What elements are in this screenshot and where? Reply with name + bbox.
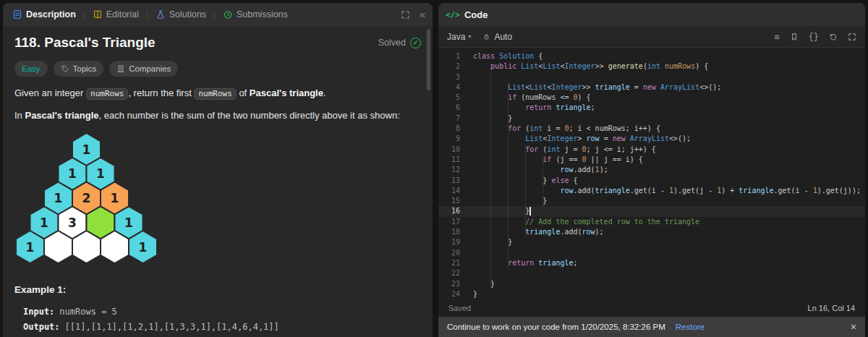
line-number: 12 xyxy=(438,165,460,175)
fullscreen-icon[interactable] xyxy=(848,33,856,41)
panel-resizer[interactable] xyxy=(433,3,438,334)
svg-text:1: 1 xyxy=(82,142,91,156)
indent-guide xyxy=(508,82,509,268)
problem-title: 118. Pascal's Triangle xyxy=(14,35,156,51)
chevron-down-icon: ▾ xyxy=(468,33,471,40)
code-line[interactable]: 13 } else { xyxy=(438,176,865,186)
difficulty-badge[interactable]: Easy xyxy=(14,61,48,77)
line-number: 15 xyxy=(438,196,460,206)
tab-editorial-label: Editorial xyxy=(106,9,139,20)
description-panel: Description | Editorial | Solutions | xyxy=(3,3,433,337)
code-line[interactable]: 16 } xyxy=(438,206,865,216)
code-line[interactable]: 14 row.add(triangle.get(i - 1).get(j - 1… xyxy=(438,186,865,196)
restore-button[interactable]: Restore xyxy=(676,323,705,331)
tab-separator: | xyxy=(213,10,216,19)
tab-solutions-label: Solutions xyxy=(169,9,206,20)
topics-badge-label: Topics xyxy=(73,64,97,73)
code-line[interactable]: 12 row.add(1); xyxy=(438,165,865,175)
companies-badge-label: Companies xyxy=(129,64,171,73)
bookmark-icon[interactable] xyxy=(790,33,799,41)
line-number: 19 xyxy=(438,237,460,247)
example-output-line: Output:[[1],[1,1],[1,2,1],[1,3,3,1],[1,4… xyxy=(23,320,421,334)
code-line[interactable]: 22 xyxy=(438,268,865,278)
pascal-triangle-svg: 11112113111 xyxy=(14,132,159,265)
solutions-flask-icon xyxy=(156,9,166,20)
tab-separator: | xyxy=(146,10,148,19)
tab-description-label: Description xyxy=(26,9,76,20)
solved-label: Solved xyxy=(378,38,406,48)
line-number: 22 xyxy=(438,268,460,278)
code-line[interactable]: 10 for (int j = 0; j <= i; j++) { xyxy=(438,145,865,155)
code-line[interactable]: 3 xyxy=(438,72,865,82)
line-number: 7 xyxy=(438,114,460,124)
code-line[interactable]: 11 if (j == 0 || j == i) { xyxy=(438,155,865,165)
code-line[interactable]: 9 List<Integer> row = new ArrayList<>(); xyxy=(438,134,865,144)
app: Description | Editorial | Solutions | xyxy=(0,0,868,334)
line-number: 18 xyxy=(438,227,460,237)
code-line[interactable]: 15 } xyxy=(438,196,865,206)
expand-panel-icon[interactable] xyxy=(401,10,410,20)
code-line[interactable]: 5 if (numRows <= 0) { xyxy=(438,93,865,103)
code-line[interactable]: 8 for (int i = 0; i < numRows; i++) { xyxy=(438,124,865,134)
description-content: 118. Pascal's Triangle Solved ✓ Easy Top… xyxy=(3,26,433,337)
code-line[interactable]: 7 } xyxy=(438,114,865,124)
line-number: 23 xyxy=(438,279,460,289)
cursor-position[interactable]: Ln 16, Col 14 xyxy=(808,304,855,312)
output-label: Output: xyxy=(23,322,60,332)
close-notification-icon[interactable]: × xyxy=(851,322,856,332)
topics-badge[interactable]: Topics xyxy=(54,61,104,77)
line-number: 4 xyxy=(438,82,460,93)
svg-text:1: 1 xyxy=(26,239,35,254)
input-value: numRows = 5 xyxy=(59,307,116,317)
code-panel-header: </> Code xyxy=(438,3,865,26)
line-number: 14 xyxy=(438,186,460,196)
language-selector[interactable]: Java ▾ xyxy=(447,32,471,42)
svg-text:1: 1 xyxy=(68,166,77,181)
format-code-icon[interactable]: ≡ xyxy=(774,33,779,41)
auto-label: Auto xyxy=(494,32,512,42)
output-value: [[1],[1,1],[1,2,1],[1,3,3,1],[1,4,6,4,1]… xyxy=(65,322,279,332)
svg-text:1: 1 xyxy=(139,239,148,254)
svg-text:3: 3 xyxy=(68,215,77,229)
code-line[interactable]: 4 List<List<Integer>> triangle = new Arr… xyxy=(438,82,865,93)
code-line[interactable]: 19 } xyxy=(438,237,865,247)
code-line[interactable]: 21 return triangle; xyxy=(438,258,865,268)
tab-description[interactable]: Description xyxy=(10,9,78,20)
tab-submissions[interactable]: Submissions xyxy=(221,9,290,20)
code-editor[interactable]: 1class Solution {2 public List<List<Inte… xyxy=(438,48,865,299)
code-line[interactable]: 23 } xyxy=(438,279,865,289)
line-number: 2 xyxy=(438,61,460,72)
left-panel-tab-bar: Description | Editorial | Solutions | xyxy=(3,3,433,26)
code-panel: </> Code Java ▾ Auto ≡ {} xyxy=(438,3,865,337)
example-label: Example 1: xyxy=(14,284,421,295)
code-line[interactable]: 6 return triangle; xyxy=(438,103,865,113)
code-line[interactable]: 17 // Add the completed row to the trian… xyxy=(438,217,865,227)
problem-paragraph-2: In Pascal's triangle, each number is the… xyxy=(14,109,421,123)
code-line[interactable]: 2 public List<List<Integer>> generate(in… xyxy=(438,61,865,72)
solved-check-icon: ✓ xyxy=(410,38,421,48)
companies-badge[interactable]: Companies xyxy=(109,61,178,77)
problem-paragraph-1: Given an integer numRows, return the fir… xyxy=(14,87,421,101)
code-line[interactable]: 18 triangle.add(row); xyxy=(438,227,865,237)
reset-code-icon[interactable] xyxy=(829,33,838,41)
code-line[interactable]: 1class Solution { xyxy=(438,51,865,61)
braces-icon[interactable]: {} xyxy=(809,33,819,41)
auto-toggle[interactable]: Auto xyxy=(482,32,512,42)
svg-text:1: 1 xyxy=(111,191,119,205)
editor-status-bar: Saved Ln 16, Col 14 xyxy=(438,299,865,317)
tab-submissions-label: Submissions xyxy=(237,9,288,20)
restore-notification: Continue to work on your code from 1/20/… xyxy=(438,317,865,337)
code-line[interactable]: 20 xyxy=(438,248,865,258)
save-status: Saved xyxy=(448,304,471,312)
code-line[interactable]: 24} xyxy=(438,289,865,299)
collapse-panel-icon[interactable]: « xyxy=(420,9,425,20)
lock-icon xyxy=(482,33,490,40)
svg-text:1: 1 xyxy=(124,215,133,229)
tab-solutions[interactable]: Solutions xyxy=(153,9,208,20)
code-tab-label[interactable]: Code xyxy=(464,9,488,20)
tag-icon xyxy=(61,64,69,73)
tab-editorial[interactable]: Editorial xyxy=(90,9,141,20)
code-lines: 1class Solution {2 public List<List<Inte… xyxy=(438,51,865,299)
indent-guide xyxy=(490,72,491,289)
left-panel-scrollbar[interactable] xyxy=(427,29,430,90)
